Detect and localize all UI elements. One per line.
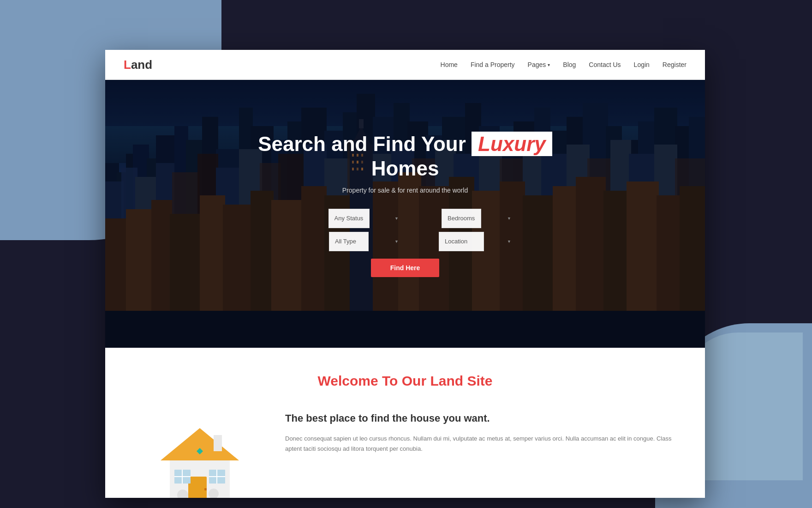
svg-marker-105 — [161, 428, 239, 460]
hero-title: Search and Find Your Luxury Homes — [258, 132, 552, 181]
bedrooms-select[interactable]: Bedrooms 1 2 3 4+ — [442, 209, 481, 228]
hero-subtitle: Property for sale & for rent around the … — [342, 187, 468, 194]
nav-link-home[interactable]: Home — [441, 61, 458, 68]
house-illustration — [142, 407, 253, 498]
brand-letter-rest: and — [131, 58, 152, 72]
type-select-wrapper: All Type House Apartment Villa — [294, 232, 403, 251]
navbar: Land Home Find a Property Pages ▾ Blog C… — [105, 50, 705, 80]
welcome-text: The best place to find the house you wan… — [285, 407, 677, 454]
hero-content: Search and Find Your Luxury Homes Proper… — [105, 80, 705, 348]
nav-item-contact: Contact Us — [589, 60, 621, 69]
search-row-2: All Type House Apartment Villa Location … — [294, 232, 516, 251]
nav-link-blog[interactable]: Blog — [563, 61, 576, 68]
site-container: Land Home Find a Property Pages ▾ Blog C… — [105, 50, 705, 498]
pages-chevron-icon: ▾ — [548, 62, 550, 67]
nav-link-contact[interactable]: Contact Us — [589, 61, 621, 68]
search-btn-row: Find Here — [294, 259, 516, 277]
nav-item-register: Register — [663, 60, 687, 69]
status-select-wrapper: Any Status For Sale For Rent — [294, 209, 403, 228]
welcome-content: The best place to find the house you wan… — [133, 407, 677, 498]
nav-item-find-property: Find a Property — [471, 60, 515, 69]
bedrooms-select-wrapper: Bedrooms 1 2 3 4+ — [407, 209, 516, 228]
welcome-paragraph: Donec consequat sapien ut leo cursus rho… — [285, 434, 677, 454]
welcome-title: Welcome To Our Land Site — [133, 373, 677, 389]
search-form: Any Status For Sale For Rent Bedrooms 1 … — [294, 209, 516, 277]
nav-link-login[interactable]: Login — [634, 61, 650, 68]
find-here-button[interactable]: Find Here — [371, 259, 440, 277]
welcome-section: Welcome To Our Land Site — [105, 348, 705, 498]
nav-item-login: Login — [634, 60, 650, 69]
svg-rect-106 — [214, 435, 222, 451]
svg-rect-108 — [204, 488, 207, 490]
brand-logo[interactable]: Land — [124, 58, 152, 72]
nav-link-register[interactable]: Register — [663, 61, 687, 68]
luxury-badge: Luxury — [472, 132, 552, 156]
welcome-heading: The best place to find the house you wan… — [285, 412, 677, 425]
brand-letter-l: L — [124, 58, 131, 72]
svg-rect-107 — [188, 477, 207, 498]
search-row-1: Any Status For Sale For Rent Bedrooms 1 … — [294, 209, 516, 228]
nav-list: Home Find a Property Pages ▾ Blog Contac… — [441, 60, 687, 69]
type-select[interactable]: All Type House Apartment Villa — [329, 232, 369, 251]
hero-section: Search and Find Your Luxury Homes Proper… — [105, 80, 705, 348]
welcome-title-highlight: Land Site — [430, 373, 492, 388]
welcome-image-area — [133, 407, 262, 498]
welcome-title-part1: Welcome To Our — [318, 373, 427, 388]
location-select-wrapper: Location New York Chicago Los Angeles — [407, 232, 516, 251]
location-select[interactable]: Location New York Chicago Los Angeles — [439, 232, 484, 251]
nav-item-home: Home — [441, 60, 458, 69]
nav-item-blog: Blog — [563, 60, 576, 69]
status-select[interactable]: Any Status For Sale For Rent — [328, 209, 370, 228]
nav-link-pages[interactable]: Pages ▾ — [528, 61, 550, 68]
nav-item-pages: Pages ▾ — [528, 61, 550, 68]
nav-link-find-property[interactable]: Find a Property — [471, 61, 515, 68]
